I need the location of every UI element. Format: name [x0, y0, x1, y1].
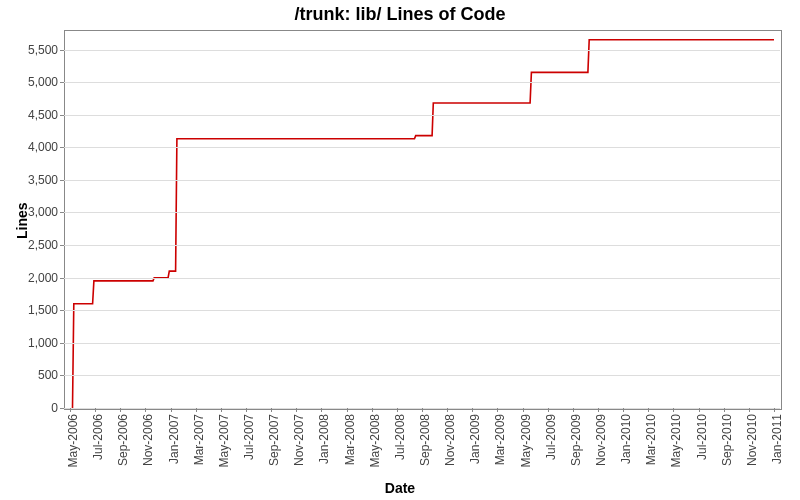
x-tick-label: Sep-2010: [720, 414, 734, 466]
y-tick-mark: [60, 375, 64, 376]
y-tick-label: 5,000: [20, 75, 58, 89]
y-tick-label: 2,000: [20, 271, 58, 285]
x-tick-label: Sep-2008: [418, 414, 432, 466]
x-tick-label: May-2010: [669, 414, 683, 467]
y-tick-mark: [60, 408, 64, 409]
x-tick-mark: [548, 408, 549, 412]
y-tick-label: 3,000: [20, 205, 58, 219]
y-tick-label: 2,500: [20, 238, 58, 252]
y-tick-mark: [60, 147, 64, 148]
y-gridline: [64, 180, 780, 181]
y-tick-mark: [60, 180, 64, 181]
x-tick-mark: [321, 408, 322, 412]
x-tick-mark: [171, 408, 172, 412]
x-tick-label: Jan-2010: [619, 414, 633, 464]
x-tick-mark: [95, 408, 96, 412]
x-tick-mark: [523, 408, 524, 412]
y-tick-mark: [60, 115, 64, 116]
x-tick-mark: [598, 408, 599, 412]
x-tick-mark: [623, 408, 624, 412]
x-tick-mark: [196, 408, 197, 412]
x-tick-label: May-2007: [217, 414, 231, 467]
y-gridline: [64, 50, 780, 51]
y-tick-label: 4,500: [20, 108, 58, 122]
y-gridline: [64, 82, 780, 83]
x-tick-mark: [497, 408, 498, 412]
y-gridline: [64, 310, 780, 311]
y-tick-mark: [60, 245, 64, 246]
x-tick-mark: [724, 408, 725, 412]
y-tick-label: 500: [20, 368, 58, 382]
y-tick-label: 1,000: [20, 336, 58, 350]
x-tick-mark: [70, 408, 71, 412]
x-tick-mark: [221, 408, 222, 412]
x-tick-mark: [749, 408, 750, 412]
y-tick-label: 1,500: [20, 303, 58, 317]
x-tick-label: Sep-2006: [116, 414, 130, 466]
x-axis-label: Date: [0, 480, 800, 496]
x-tick-mark: [699, 408, 700, 412]
y-tick-mark: [60, 343, 64, 344]
x-tick-label: Mar-2008: [343, 414, 357, 465]
y-tick-label: 5,500: [20, 43, 58, 57]
x-tick-mark: [422, 408, 423, 412]
y-gridline: [64, 115, 780, 116]
y-tick-label: 4,000: [20, 140, 58, 154]
x-tick-label: Jul-2006: [91, 414, 105, 460]
x-tick-label: May-2009: [519, 414, 533, 467]
x-tick-label: Sep-2007: [267, 414, 281, 466]
y-tick-mark: [60, 212, 64, 213]
x-tick-label: Jul-2009: [544, 414, 558, 460]
x-tick-mark: [648, 408, 649, 412]
x-tick-mark: [296, 408, 297, 412]
x-tick-label: Nov-2006: [141, 414, 155, 466]
y-tick-mark: [60, 50, 64, 51]
chart-container: /trunk: lib/ Lines of Code Lines Date 05…: [0, 0, 800, 500]
x-tick-label: Nov-2007: [292, 414, 306, 466]
y-tick-mark: [60, 278, 64, 279]
x-tick-mark: [145, 408, 146, 412]
x-tick-label: Jan-2007: [167, 414, 181, 464]
series-line: [73, 40, 775, 408]
line-layer: [64, 30, 780, 408]
y-tick-label: 3,500: [20, 173, 58, 187]
x-tick-label: Jan-2008: [317, 414, 331, 464]
x-tick-mark: [246, 408, 247, 412]
y-gridline: [64, 278, 780, 279]
x-tick-mark: [397, 408, 398, 412]
y-tick-mark: [60, 82, 64, 83]
x-tick-label: Jul-2010: [695, 414, 709, 460]
y-gridline: [64, 343, 780, 344]
y-gridline: [64, 375, 780, 376]
x-tick-label: Mar-2007: [192, 414, 206, 465]
y-gridline: [64, 212, 780, 213]
chart-title: /trunk: lib/ Lines of Code: [0, 4, 800, 25]
y-gridline: [64, 245, 780, 246]
x-tick-mark: [447, 408, 448, 412]
x-tick-mark: [472, 408, 473, 412]
x-tick-mark: [774, 408, 775, 412]
x-tick-label: Jul-2007: [242, 414, 256, 460]
x-tick-label: Jul-2008: [393, 414, 407, 460]
x-tick-label: Mar-2009: [493, 414, 507, 465]
x-tick-mark: [347, 408, 348, 412]
x-tick-label: Nov-2008: [443, 414, 457, 466]
x-tick-mark: [573, 408, 574, 412]
x-tick-mark: [372, 408, 373, 412]
y-gridline: [64, 147, 780, 148]
x-tick-label: Mar-2010: [644, 414, 658, 465]
x-tick-label: Nov-2010: [745, 414, 759, 466]
y-tick-mark: [60, 310, 64, 311]
x-tick-label: Sep-2009: [569, 414, 583, 466]
x-tick-label: Jan-2011: [770, 414, 784, 464]
x-tick-mark: [120, 408, 121, 412]
x-tick-mark: [673, 408, 674, 412]
x-tick-mark: [271, 408, 272, 412]
x-tick-label: Jan-2009: [468, 414, 482, 464]
x-tick-label: May-2006: [66, 414, 80, 467]
y-tick-label: 0: [20, 401, 58, 415]
x-tick-label: May-2008: [368, 414, 382, 467]
x-tick-label: Nov-2009: [594, 414, 608, 466]
